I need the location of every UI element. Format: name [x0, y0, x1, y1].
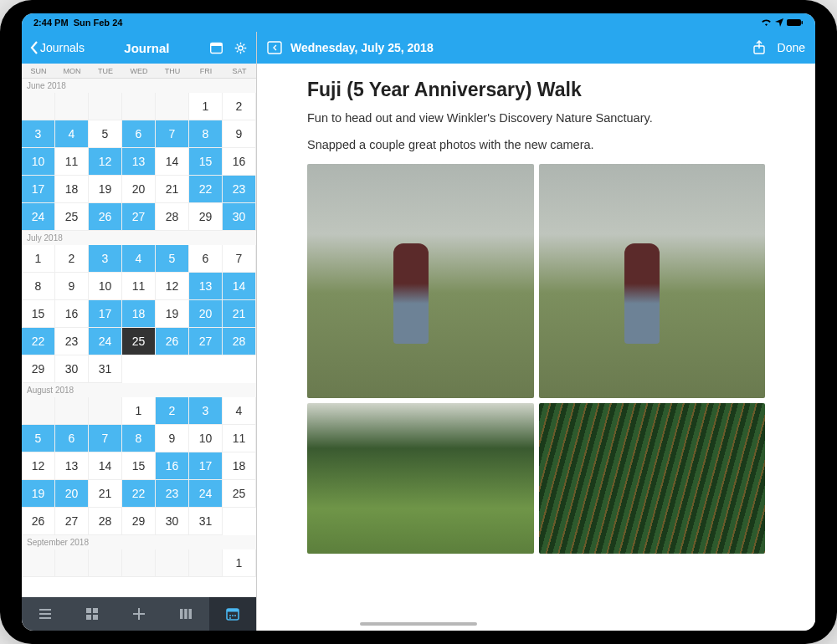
calendar-day[interactable]: 31 [89, 355, 122, 383]
calendar-day[interactable]: 18 [55, 176, 89, 203]
calendar-day[interactable]: 25 [55, 203, 89, 231]
calendar-day[interactable]: 21 [156, 176, 189, 203]
hide-sidebar-icon[interactable] [267, 41, 282, 54]
calendar-day[interactable]: 1 [189, 93, 223, 120]
calendar-day[interactable]: 23 [223, 176, 256, 203]
calendar-day[interactable]: 29 [189, 203, 223, 231]
calendar-day[interactable]: 13 [55, 452, 89, 480]
calendar-day[interactable]: 30 [55, 355, 89, 383]
home-indicator[interactable] [360, 622, 477, 626]
tab-grid[interactable] [69, 597, 116, 631]
calendar-day[interactable]: 8 [22, 273, 55, 300]
calendar-day[interactable]: 6 [189, 245, 223, 273]
calendar-day[interactable]: 26 [156, 328, 189, 355]
calendar-day[interactable]: 11 [55, 148, 89, 176]
calendar-day[interactable]: 29 [22, 355, 55, 383]
photo-thumbnail[interactable] [539, 164, 766, 398]
gear-icon[interactable] [234, 41, 248, 55]
calendar-day[interactable]: 12 [156, 273, 189, 300]
calendar-day[interactable]: 2 [156, 397, 189, 425]
calendar-day[interactable]: 27 [189, 328, 223, 355]
calendar-day[interactable]: 10 [22, 148, 55, 176]
entry-body[interactable]: Fuji (5 Year Anniversary) Walk Fun to he… [257, 64, 815, 631]
calendar-day[interactable]: 14 [89, 452, 122, 480]
calendar-day[interactable]: 23 [55, 328, 89, 355]
calendar-day[interactable]: 17 [189, 452, 223, 480]
calendar-day[interactable]: 19 [156, 300, 189, 328]
calendar-day[interactable]: 22 [189, 176, 223, 203]
calendar-day[interactable]: 30 [156, 508, 189, 535]
calendar-day[interactable]: 2 [223, 93, 256, 120]
calendar-day[interactable]: 26 [89, 203, 122, 231]
calendar-nav-icon[interactable] [209, 41, 223, 55]
calendar-day[interactable]: 1 [223, 549, 256, 577]
calendar-day[interactable]: 7 [156, 120, 189, 148]
calendar-day[interactable]: 7 [223, 245, 256, 273]
calendar-day[interactable]: 12 [22, 452, 55, 480]
photo-thumbnail[interactable] [307, 164, 534, 398]
calendar-day[interactable]: 7 [89, 425, 122, 452]
calendar-day[interactable]: 15 [122, 452, 156, 480]
share-icon[interactable] [752, 40, 766, 55]
calendar-day[interactable]: 18 [122, 300, 156, 328]
calendar-day[interactable]: 28 [89, 508, 122, 535]
calendar-day[interactable]: 19 [89, 176, 122, 203]
calendar-day[interactable]: 17 [89, 300, 122, 328]
calendar-day[interactable]: 5 [156, 245, 189, 273]
calendar-day[interactable]: 15 [22, 300, 55, 328]
calendar-day[interactable]: 3 [22, 120, 55, 148]
back-button[interactable]: Journals [30, 41, 85, 54]
calendar-day[interactable]: 26 [22, 508, 55, 535]
calendar-day[interactable]: 15 [189, 148, 223, 176]
calendar-day[interactable]: 14 [156, 148, 189, 176]
tab-add[interactable] [116, 597, 162, 631]
calendar-day[interactable]: 8 [122, 425, 156, 452]
calendar-day[interactable]: 20 [189, 300, 223, 328]
calendar-day[interactable]: 10 [189, 425, 223, 452]
calendar-day[interactable]: 12 [89, 148, 122, 176]
tab-columns[interactable] [162, 597, 209, 631]
calendar-day[interactable]: 3 [89, 245, 122, 273]
calendar-day[interactable]: 18 [223, 452, 256, 480]
calendar-day[interactable]: 21 [89, 480, 122, 508]
calendar-day[interactable]: 6 [55, 425, 89, 452]
done-button[interactable]: Done [778, 41, 805, 54]
calendar-day[interactable]: 4 [122, 245, 156, 273]
calendar-day[interactable]: 25 [223, 480, 256, 508]
calendar-day[interactable]: 9 [156, 425, 189, 452]
calendar-day[interactable]: 2 [55, 245, 89, 273]
calendar-day[interactable]: 22 [122, 480, 156, 508]
calendar-day[interactable]: 4 [55, 120, 89, 148]
calendar-day[interactable]: 25 [122, 328, 156, 355]
calendar-day[interactable]: 20 [55, 480, 89, 508]
calendar-day[interactable]: 9 [55, 273, 89, 300]
calendar-day[interactable]: 31 [189, 508, 223, 535]
calendar-day[interactable]: 13 [189, 273, 223, 300]
calendar-day[interactable]: 28 [223, 328, 256, 355]
calendar-day[interactable]: 14 [223, 273, 256, 300]
calendar-day[interactable]: 11 [122, 273, 156, 300]
calendar-day[interactable]: 16 [223, 148, 256, 176]
calendar-day[interactable]: 10 [89, 273, 122, 300]
calendar-day[interactable]: 16 [55, 300, 89, 328]
calendar-day[interactable]: 1 [22, 245, 55, 273]
calendar-day[interactable]: 3 [189, 397, 223, 425]
calendar-day[interactable]: 5 [22, 425, 55, 452]
calendar-day[interactable]: 28 [156, 203, 189, 231]
calendar-day[interactable]: 20 [122, 176, 156, 203]
photo-thumbnail[interactable] [307, 403, 534, 554]
calendar-day[interactable]: 17 [22, 176, 55, 203]
calendar-day[interactable]: 30 [223, 203, 256, 231]
photo-thumbnail[interactable] [539, 403, 766, 554]
calendar-day[interactable]: 8 [189, 120, 223, 148]
calendar-day[interactable]: 5 [89, 120, 122, 148]
calendar-day[interactable]: 4 [223, 397, 256, 425]
calendar-day[interactable]: 11 [223, 425, 256, 452]
calendar-day[interactable]: 6 [122, 120, 156, 148]
calendar-day[interactable]: 21 [223, 300, 256, 328]
calendar-day[interactable]: 23 [156, 480, 189, 508]
calendar-scroll[interactable]: June 20181234567891011121314151617181920… [22, 79, 256, 597]
calendar-day[interactable]: 24 [189, 480, 223, 508]
tab-list[interactable] [22, 597, 69, 631]
calendar-day[interactable]: 16 [156, 452, 189, 480]
